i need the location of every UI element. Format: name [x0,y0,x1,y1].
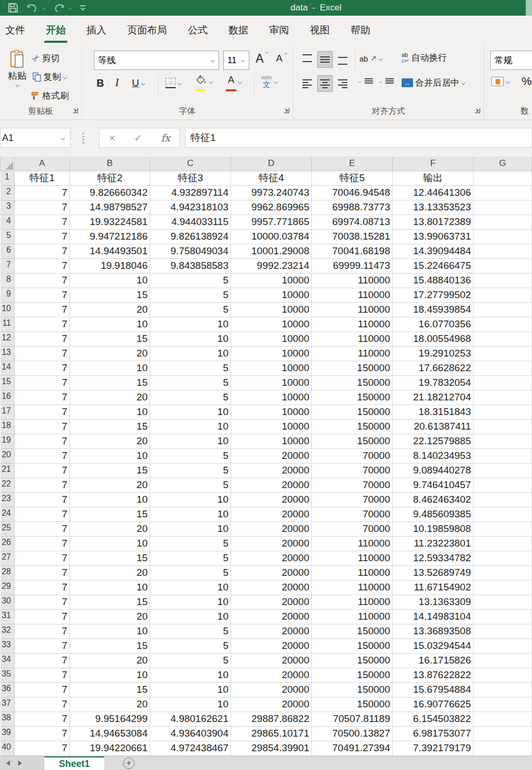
cell[interactable]: 特征4 [231,171,312,185]
cell[interactable]: 16.1715826 [393,653,474,668]
cell[interactable]: 20000 [231,638,312,653]
cell[interactable]: 9.758049034 [150,244,231,258]
insert-function-button[interactable]: fx [161,132,170,144]
increase-indent-button[interactable]: → [378,78,394,84]
cell[interactable] [474,492,532,507]
cell[interactable]: 7 [15,580,70,595]
cell[interactable]: 7 [15,653,70,668]
cell[interactable] [474,390,532,405]
row-header[interactable]: 2 [1,185,15,200]
cell[interactable]: 10 [150,580,231,595]
cell[interactable]: 7 [15,551,70,565]
cell[interactable]: 10 [70,361,150,375]
cell[interactable]: 10 [150,331,231,346]
cell[interactable]: 150000 [312,434,393,448]
cell[interactable]: 7 [15,565,70,580]
format-painter-button[interactable]: 格式刷 [30,90,69,102]
cell[interactable]: 15 [70,288,150,302]
cell[interactable] [474,258,532,273]
cell[interactable]: 5 [150,565,231,580]
cell[interactable]: 20000 [231,448,312,463]
cell[interactable]: 20000 [231,697,312,712]
cell[interactable]: 7 [15,273,70,288]
cell[interactable]: 7 [15,507,70,522]
cell[interactable]: 16.90776625 [393,697,474,712]
tab-home[interactable]: 开始 [46,16,66,44]
cell[interactable]: 10000 [231,419,312,434]
cell[interactable]: 15 [70,638,150,653]
cell[interactable]: 150000 [312,390,393,405]
cell[interactable] [474,507,532,522]
cell[interactable]: 14.94493501 [70,244,150,258]
cell[interactable]: 5 [150,390,231,405]
cell[interactable]: 7.392179179 [393,741,474,755]
fill-color-button[interactable] [196,75,213,88]
formula-bar-resize-handle[interactable] [82,133,84,134]
cell[interactable]: 21.18212704 [393,390,474,405]
decrease-font-button[interactable]: A ˇ [276,53,287,64]
cell[interactable]: 9973.240743 [231,185,312,200]
cell[interactable]: 12.44641306 [393,185,474,200]
align-left-button[interactable] [299,75,315,92]
cell[interactable]: 20000 [231,609,312,624]
cell[interactable]: 150000 [312,361,393,375]
cell[interactable]: 10000 [231,288,312,302]
cell[interactable]: 10 [150,522,231,536]
cell[interactable]: 20000 [231,536,312,551]
cell[interactable]: 20000 [231,668,312,682]
cell[interactable]: 13.1363309 [393,595,474,609]
cell[interactable]: 6.154503822 [393,712,474,726]
cell[interactable]: 150000 [312,405,393,419]
cancel-button[interactable]: × [109,132,115,144]
cell[interactable]: 10 [70,273,150,288]
cell[interactable]: 7 [15,229,70,244]
row-header[interactable]: 27 [1,551,15,565]
cell[interactable]: 10 [70,448,150,463]
cell[interactable]: 20 [70,565,150,580]
cell[interactable]: 7 [15,712,70,726]
column-header-e[interactable]: E [312,157,393,171]
paste-button[interactable]: 粘贴 [5,50,29,108]
tab-file[interactable]: 文件 [5,16,25,44]
cell[interactable]: 13.36893508 [393,624,474,638]
bold-button[interactable]: B [96,77,104,89]
cell[interactable]: 14.14983104 [393,609,474,624]
cell[interactable] [474,638,532,653]
cell[interactable]: 20000 [231,580,312,595]
cell[interactable]: 14.39094484 [393,244,474,258]
tab-insert[interactable]: 插入 [87,16,106,44]
cell[interactable]: 9962.869965 [231,200,312,215]
borders-button[interactable] [165,78,182,88]
cell[interactable]: 18.3151843 [393,405,474,419]
row-header[interactable]: 1 [1,171,15,185]
formula-input[interactable]: 特征1 [185,128,532,148]
row-header[interactable]: 9 [1,288,15,302]
cell[interactable]: 9.843858583 [150,258,231,273]
cell[interactable]: 5 [150,536,231,551]
cell[interactable]: 70507.81189 [312,712,393,726]
cell[interactable]: 7 [15,244,70,258]
column-header-c[interactable]: C [150,157,231,171]
accounting-format-button[interactable] [491,77,510,86]
cell[interactable] [474,375,532,390]
account-avatar[interactable] [526,0,532,16]
save-button[interactable] [7,2,19,14]
cell[interactable]: 70046.94548 [312,185,393,200]
cell[interactable]: 7 [15,522,70,536]
cell[interactable]: 10 [150,419,231,434]
font-color-button[interactable]: A [226,75,242,88]
cell[interactable]: 10 [70,405,150,419]
row-header[interactable]: 28 [1,565,15,580]
cell[interactable]: 13.52689749 [393,565,474,580]
cell[interactable]: 10000 [231,390,312,405]
cell[interactable]: 20000 [231,522,312,536]
cell[interactable]: 5 [150,624,231,638]
cell[interactable]: 5 [150,653,231,668]
cell[interactable]: 20000 [231,463,312,478]
cell[interactable]: 7 [15,536,70,551]
cell[interactable]: 20000 [231,507,312,522]
cell[interactable]: 20 [70,390,150,405]
cell[interactable]: 70491.27394 [312,741,393,755]
cell[interactable]: 110000 [312,288,393,302]
decrease-indent-button[interactable]: ← [357,78,373,84]
